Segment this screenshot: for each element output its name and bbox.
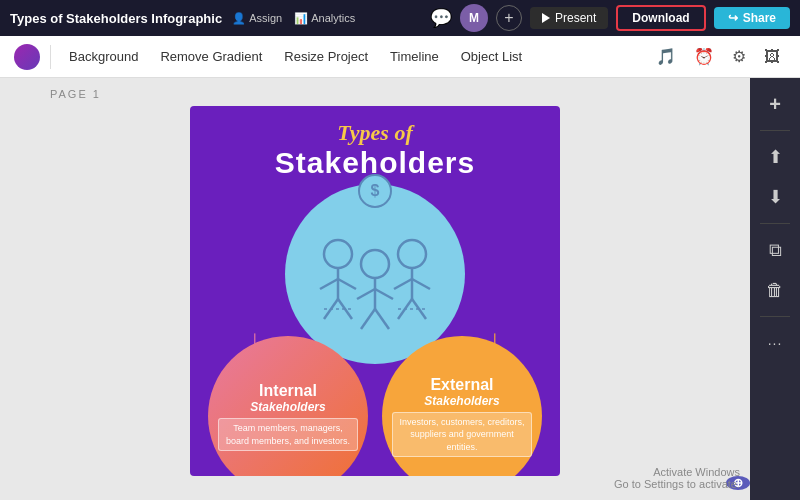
external-circle: External Stakeholders Investors, custome… <box>382 336 542 476</box>
more-options-button[interactable]: ··· <box>757 325 793 361</box>
svg-point-7 <box>361 250 389 278</box>
panel-separator-2 <box>760 223 790 224</box>
share-icon: ↪ <box>728 11 738 25</box>
svg-line-9 <box>357 289 375 299</box>
svg-point-13 <box>398 240 426 268</box>
play-icon <box>542 13 550 23</box>
app-header: Types of Stakeholders Infographic 👤 Assi… <box>0 0 800 36</box>
color-circle[interactable] <box>14 44 40 70</box>
more-icon: ··· <box>768 335 783 351</box>
main-circle: $ <box>285 184 465 364</box>
svg-line-3 <box>338 279 356 289</box>
infographic-canvas[interactable]: Types of Stakeholders $ <box>190 106 560 476</box>
external-subtitle: Stakeholders <box>424 394 499 408</box>
add-collaborator-button[interactable]: + <box>496 5 522 31</box>
project-title: Types of Stakeholders Infographic <box>10 11 222 26</box>
svg-line-10 <box>375 289 393 299</box>
dollar-circle: $ <box>358 174 392 208</box>
image-button[interactable]: 🖼 <box>758 44 786 70</box>
infographic-title-italic: Types of <box>190 120 560 146</box>
plus-icon: + <box>769 93 781 116</box>
svg-line-2 <box>320 279 338 289</box>
internal-subtitle: Stakeholders <box>250 400 325 414</box>
duplicate-button[interactable]: ⧉ <box>757 232 793 268</box>
share-button[interactable]: ↪ Share <box>714 7 790 29</box>
music-button[interactable]: 🎵 <box>650 43 682 70</box>
page-indicator[interactable]: ⊕ <box>726 476 750 490</box>
svg-line-12 <box>375 309 389 329</box>
remove-gradient-button[interactable]: Remove Gradient <box>152 45 270 68</box>
settings-button[interactable]: ⚙ <box>726 43 752 70</box>
delete-icon: 🗑 <box>766 280 784 301</box>
analytics-link[interactable]: 📊 Analytics <box>294 12 355 25</box>
background-button[interactable]: Background <box>61 45 146 68</box>
panel-separator-3 <box>760 316 790 317</box>
align-bottom-icon: ⬇ <box>768 186 783 208</box>
svg-line-16 <box>412 279 430 289</box>
toolbar-separator <box>50 45 51 69</box>
timer-button[interactable]: ⏰ <box>688 43 720 70</box>
chat-button[interactable]: 💬 <box>430 7 452 29</box>
internal-title: Internal <box>259 381 317 400</box>
external-desc: Investors, customers, creditors, supplie… <box>398 416 526 454</box>
timeline-button[interactable]: Timeline <box>382 45 447 68</box>
people-illustration <box>310 229 440 339</box>
align-bottom-button[interactable]: ⬇ <box>757 179 793 215</box>
download-button[interactable]: Download <box>616 5 705 31</box>
external-desc-box: Investors, customers, creditors, supplie… <box>392 412 532 458</box>
settings-icon: ⚙ <box>732 48 746 65</box>
svg-line-15 <box>394 279 412 289</box>
svg-line-11 <box>361 309 375 329</box>
external-title: External <box>430 375 493 394</box>
svg-point-0 <box>324 240 352 268</box>
duplicate-icon: ⧉ <box>769 240 782 261</box>
canvas-area: PAGE 1 Types of Stakeholders $ <box>0 78 750 500</box>
panel-separator-1 <box>760 130 790 131</box>
resize-project-button[interactable]: Resize Project <box>276 45 376 68</box>
sub-links: 👤 Assign 📊 Analytics <box>232 12 355 25</box>
right-panel: + ⬆ ⬇ ⧉ 🗑 ··· <box>750 78 800 500</box>
object-list-button[interactable]: Object List <box>453 45 530 68</box>
add-element-button[interactable]: + <box>757 86 793 122</box>
internal-desc: Team members, managers, board members, a… <box>224 422 352 447</box>
main-area: PAGE 1 Types of Stakeholders $ <box>0 78 800 500</box>
music-icon: 🎵 <box>656 48 676 65</box>
assign-link[interactable]: 👤 Assign <box>232 12 282 25</box>
clock-icon: ⏰ <box>694 48 714 65</box>
page-label: PAGE 1 <box>50 88 101 100</box>
toolbar: Background Remove Gradient Resize Projec… <box>0 36 800 78</box>
header-actions: 💬 M + Present Download ↪ Share <box>430 4 790 32</box>
image-icon: 🖼 <box>764 48 780 65</box>
avatar-button[interactable]: M <box>460 4 488 32</box>
internal-desc-box: Team members, managers, board members, a… <box>218 418 358 451</box>
present-button[interactable]: Present <box>530 7 608 29</box>
align-top-button[interactable]: ⬆ <box>757 139 793 175</box>
delete-button[interactable]: 🗑 <box>757 272 793 308</box>
chart-icon: 📊 <box>294 12 308 25</box>
align-top-icon: ⬆ <box>768 146 783 168</box>
user-icon: 👤 <box>232 12 246 25</box>
watermark: Activate Windows Go to Settings to activ… <box>614 466 740 490</box>
